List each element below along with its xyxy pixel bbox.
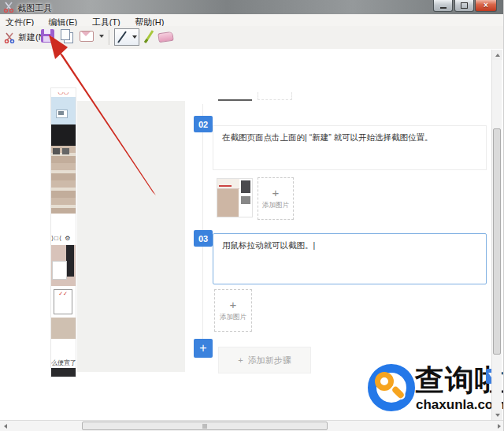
- strip-gap-segment: [51, 339, 76, 359]
- minimize-icon: [440, 7, 447, 9]
- close-button[interactable]: ×: [475, 0, 497, 12]
- thumbnail-dark-block: [241, 180, 250, 193]
- pen-icon: [115, 29, 130, 45]
- plus-icon: +: [230, 299, 237, 310]
- scrollbar-grip: [202, 424, 207, 429]
- strip-photo-segment: [51, 146, 76, 214]
- arrow-right-icon: [498, 424, 501, 429]
- toolbar-separator: [109, 30, 109, 45]
- copy-page-front-icon: [61, 29, 70, 40]
- strip-beige-segment: [51, 318, 76, 339]
- monitor-icon: [56, 110, 68, 118]
- vertical-scrollbar-thumb[interactable]: [493, 128, 501, 355]
- snipping-tool-window: 截图工具 × 文件(F) 编辑(E) 工具(T) 帮助(H) 新建(N): [0, 0, 504, 431]
- step-badge-02: 02: [194, 116, 213, 132]
- add-image-label: 添加图片: [220, 313, 246, 322]
- plus-icon: +: [272, 188, 280, 199]
- highlighter-button[interactable]: [143, 29, 156, 43]
- strip-dark-segment: [51, 124, 76, 146]
- arrow-up-icon: [495, 54, 500, 57]
- save-button[interactable]: [41, 29, 54, 43]
- strip-check-box: ✓✓: [54, 289, 72, 314]
- scroll-left-button[interactable]: [0, 422, 10, 431]
- plus-icon: +: [238, 355, 243, 365]
- steps-timeline: [202, 104, 203, 348]
- captured-gray-panel: [77, 101, 185, 372]
- strip-caption: 么便宜了: [51, 359, 76, 368]
- scissors-icon: [4, 32, 15, 43]
- horizontal-scrollbar-thumb[interactable]: [82, 422, 328, 430]
- scroll-right-button[interactable]: [494, 422, 504, 431]
- add-image-button-step03[interactable]: + 添加图片: [214, 289, 252, 332]
- horizontal-scrollbar[interactable]: [0, 420, 504, 431]
- scroll-down-button[interactable]: [492, 410, 502, 420]
- add-image-label: 添加图片: [262, 201, 289, 210]
- strip-popup-box: [52, 261, 67, 280]
- step-02-thumbnail[interactable]: [217, 179, 252, 217]
- maximize-icon: [461, 2, 468, 9]
- eraser-button[interactable]: [158, 32, 173, 43]
- add-new-step-button[interactable]: + 添加新步骤: [218, 347, 311, 373]
- strip-logo-mark: ◡◡: [51, 88, 76, 97]
- chaxunla-logo-ring: [368, 364, 415, 411]
- scroll-up-button[interactable]: [492, 50, 502, 60]
- send-snip-button[interactable]: [80, 31, 94, 42]
- send-dropdown-arrow-icon[interactable]: [99, 35, 104, 38]
- step-badge-03: 03: [194, 230, 213, 247]
- arrow-down-icon: [495, 414, 500, 417]
- strip-header-segment: [51, 97, 76, 124]
- title-bar[interactable]: 截图工具 ×: [0, 0, 504, 15]
- step-03-text-field[interactable]: 用鼠标拉动就可以截图。|: [213, 233, 487, 284]
- close-icon: ×: [484, 2, 488, 9]
- add-image-button-step02[interactable]: + 添加图片: [258, 177, 294, 220]
- pen-button[interactable]: [114, 28, 131, 46]
- strip-image-segment: [51, 245, 76, 286]
- strip-icons-row: ⟩□⟨ ⚙: [51, 232, 76, 245]
- thumbnail-gray-block: [241, 196, 250, 204]
- magnifier-icon: [375, 372, 394, 391]
- snip-content-area: ◡◡ ⟩□⟨ ⚙ ✓✓ 么便宜了 02: [0, 49, 504, 420]
- thumbnail-top-strip: [217, 179, 239, 189]
- step-02-text-field[interactable]: 在截图页面点击上面的| “新建” 就可以开始选择截图位置。: [213, 125, 487, 170]
- previous-step-image-edge: [218, 95, 252, 101]
- thumbnail-beige-block: [217, 189, 239, 217]
- menu-bar: 文件(F) 编辑(E) 工具(T) 帮助(H): [0, 14, 504, 26]
- strip-footer-segment: [51, 368, 76, 377]
- toolbar: 新建(N): [0, 26, 504, 50]
- previous-step-addimage-edge: [258, 92, 292, 100]
- minimize-button[interactable]: [433, 0, 453, 12]
- copy-button[interactable]: [61, 29, 73, 43]
- strip-image-dark-column: [66, 245, 74, 277]
- strip-check-segment: ✓✓: [51, 286, 76, 318]
- pen-dropdown-button[interactable]: [130, 28, 139, 46]
- captured-left-strip: ◡◡ ⟩□⟨ ⚙ ✓✓ 么便宜了: [51, 88, 76, 377]
- window-title: 截图工具: [17, 2, 52, 14]
- pen-dropdown-arrow-icon: [132, 35, 137, 39]
- vertical-scrollbar[interactable]: [491, 50, 502, 420]
- add-step-plus-button[interactable]: +: [194, 339, 213, 358]
- add-new-step-label: 添加新步骤: [248, 355, 291, 366]
- thumbnail-red-mark: [219, 185, 232, 187]
- app-scissors-icon: [3, 2, 14, 13]
- maximize-button[interactable]: [454, 0, 474, 12]
- strip-white-segment: [51, 214, 76, 232]
- arrow-left-icon: [4, 424, 7, 429]
